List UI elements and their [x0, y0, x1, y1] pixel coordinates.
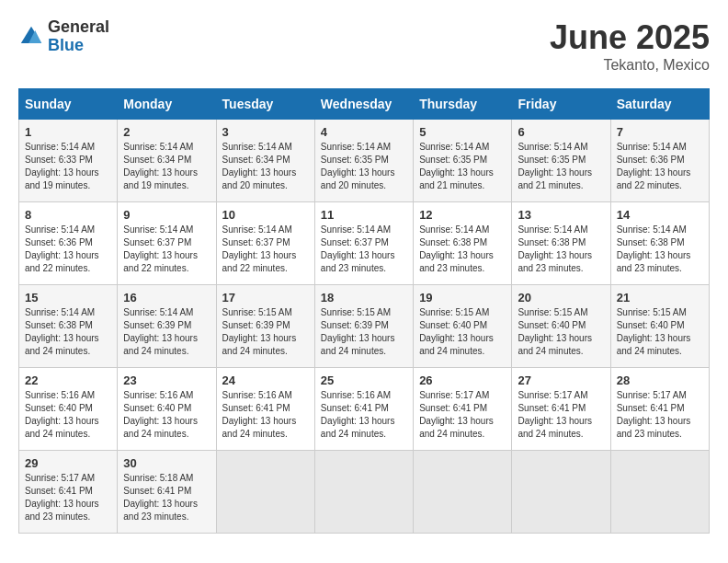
table-row: 30Sunrise: 5:18 AMSunset: 6:41 PMDayligh… [118, 451, 216, 534]
day-number: 27 [518, 373, 604, 387]
day-info: Sunrise: 5:14 AMSunset: 6:34 PMDaylight:… [123, 141, 210, 192]
day-number: 26 [419, 373, 506, 387]
day-number: 10 [222, 208, 309, 222]
table-row: 19Sunrise: 5:15 AMSunset: 6:40 PMDayligh… [414, 285, 512, 368]
day-number: 1 [25, 125, 111, 139]
logo-blue-text: Blue [48, 37, 109, 55]
table-row: 21Sunrise: 5:15 AMSunset: 6:40 PMDayligh… [610, 285, 709, 368]
day-info: Sunrise: 5:14 AMSunset: 6:36 PMDaylight:… [25, 224, 111, 275]
day-info: Sunrise: 5:15 AMSunset: 6:39 PMDaylight:… [321, 306, 407, 358]
day-info: Sunrise: 5:14 AMSunset: 6:34 PMDaylight:… [222, 141, 309, 192]
day-info: Sunrise: 5:14 AMSunset: 6:35 PMDaylight:… [321, 141, 407, 192]
day-number: 11 [321, 208, 407, 222]
calendar-week-row: 1Sunrise: 5:14 AMSunset: 6:33 PMDaylight… [19, 120, 710, 202]
page-header: General Blue June 2025 Tekanto, Mexico [18, 18, 710, 74]
table-row: 17Sunrise: 5:15 AMSunset: 6:39 PMDayligh… [216, 285, 314, 368]
table-row: 26Sunrise: 5:17 AMSunset: 6:41 PMDayligh… [414, 368, 512, 451]
calendar-week-row: 22Sunrise: 5:16 AMSunset: 6:40 PMDayligh… [19, 368, 710, 451]
day-number: 3 [222, 125, 309, 139]
day-info: Sunrise: 5:16 AMSunset: 6:41 PMDaylight:… [321, 389, 407, 441]
table-row: 2Sunrise: 5:14 AMSunset: 6:34 PMDaylight… [118, 120, 216, 202]
header-friday: Friday [512, 89, 610, 120]
table-row: 11Sunrise: 5:14 AMSunset: 6:37 PMDayligh… [314, 202, 413, 285]
day-number: 9 [123, 208, 210, 222]
day-number: 13 [518, 208, 604, 222]
table-row: 15Sunrise: 5:14 AMSunset: 6:38 PMDayligh… [19, 285, 118, 368]
day-info: Sunrise: 5:16 AMSunset: 6:40 PMDaylight:… [25, 389, 111, 441]
table-row: 3Sunrise: 5:14 AMSunset: 6:34 PMDaylight… [216, 120, 314, 202]
day-info: Sunrise: 5:14 AMSunset: 6:35 PMDaylight:… [419, 141, 506, 192]
table-row: 27Sunrise: 5:17 AMSunset: 6:41 PMDayligh… [512, 368, 610, 451]
table-row: 24Sunrise: 5:16 AMSunset: 6:41 PMDayligh… [216, 368, 314, 451]
table-row: 20Sunrise: 5:15 AMSunset: 6:40 PMDayligh… [512, 285, 610, 368]
day-info: Sunrise: 5:16 AMSunset: 6:41 PMDaylight:… [222, 389, 309, 441]
table-row [610, 451, 709, 534]
header-thursday: Thursday [414, 89, 512, 120]
day-number: 16 [123, 291, 210, 304]
day-number: 30 [123, 456, 210, 470]
day-info: Sunrise: 5:14 AMSunset: 6:38 PMDaylight:… [518, 224, 604, 275]
day-number: 28 [617, 373, 703, 387]
day-number: 4 [321, 125, 407, 139]
day-info: Sunrise: 5:14 AMSunset: 6:33 PMDaylight:… [25, 141, 111, 192]
table-row: 8Sunrise: 5:14 AMSunset: 6:36 PMDaylight… [19, 202, 118, 285]
day-info: Sunrise: 5:14 AMSunset: 6:38 PMDaylight:… [25, 306, 111, 358]
day-info: Sunrise: 5:14 AMSunset: 6:36 PMDaylight:… [617, 141, 703, 192]
calendar-week-row: 29Sunrise: 5:17 AMSunset: 6:41 PMDayligh… [19, 451, 710, 534]
day-number: 14 [617, 208, 703, 222]
logo-general-text: General [48, 18, 109, 37]
table-row [414, 451, 512, 534]
day-info: Sunrise: 5:14 AMSunset: 6:37 PMDaylight:… [222, 224, 309, 275]
calendar-week-row: 8Sunrise: 5:14 AMSunset: 6:36 PMDaylight… [19, 202, 710, 285]
table-row: 23Sunrise: 5:16 AMSunset: 6:40 PMDayligh… [118, 368, 216, 451]
day-info: Sunrise: 5:17 AMSunset: 6:41 PMDaylight:… [518, 389, 604, 441]
day-info: Sunrise: 5:14 AMSunset: 6:35 PMDaylight:… [518, 141, 604, 192]
day-number: 29 [25, 456, 111, 470]
day-number: 20 [518, 291, 604, 304]
table-row: 13Sunrise: 5:14 AMSunset: 6:38 PMDayligh… [512, 202, 610, 285]
header-monday: Monday [118, 89, 216, 120]
calendar-week-row: 15Sunrise: 5:14 AMSunset: 6:38 PMDayligh… [19, 285, 710, 368]
day-number: 8 [25, 208, 111, 222]
day-number: 19 [419, 291, 506, 304]
logo: General Blue [18, 18, 109, 55]
table-row: 9Sunrise: 5:14 AMSunset: 6:37 PMDaylight… [118, 202, 216, 285]
table-row: 6Sunrise: 5:14 AMSunset: 6:35 PMDaylight… [512, 120, 610, 202]
day-info: Sunrise: 5:15 AMSunset: 6:39 PMDaylight:… [222, 306, 309, 358]
day-info: Sunrise: 5:14 AMSunset: 6:38 PMDaylight:… [419, 224, 506, 275]
day-number: 24 [222, 373, 309, 387]
table-row [216, 451, 314, 534]
table-row: 1Sunrise: 5:14 AMSunset: 6:33 PMDaylight… [19, 120, 118, 202]
header-sunday: Sunday [19, 89, 118, 120]
table-row: 29Sunrise: 5:17 AMSunset: 6:41 PMDayligh… [19, 451, 118, 534]
table-row: 12Sunrise: 5:14 AMSunset: 6:38 PMDayligh… [414, 202, 512, 285]
day-number: 5 [419, 125, 506, 139]
title-block: June 2025 Tekanto, Mexico [550, 18, 710, 74]
table-row: 16Sunrise: 5:14 AMSunset: 6:39 PMDayligh… [118, 285, 216, 368]
header-tuesday: Tuesday [216, 89, 314, 120]
table-row [314, 451, 413, 534]
month-title: June 2025 [550, 18, 710, 57]
day-number: 15 [25, 291, 111, 304]
logo-icon [18, 24, 44, 50]
day-info: Sunrise: 5:14 AMSunset: 6:37 PMDaylight:… [321, 224, 407, 275]
day-number: 25 [321, 373, 407, 387]
table-row [512, 451, 610, 534]
day-info: Sunrise: 5:17 AMSunset: 6:41 PMDaylight:… [617, 389, 703, 441]
day-info: Sunrise: 5:15 AMSunset: 6:40 PMDaylight:… [617, 306, 703, 358]
table-row: 5Sunrise: 5:14 AMSunset: 6:35 PMDaylight… [414, 120, 512, 202]
calendar-header-row: Sunday Monday Tuesday Wednesday Thursday… [19, 89, 710, 120]
day-number: 21 [617, 291, 703, 304]
table-row: 10Sunrise: 5:14 AMSunset: 6:37 PMDayligh… [216, 202, 314, 285]
table-row: 25Sunrise: 5:16 AMSunset: 6:41 PMDayligh… [314, 368, 413, 451]
day-info: Sunrise: 5:15 AMSunset: 6:40 PMDaylight:… [419, 306, 506, 358]
day-number: 23 [123, 373, 210, 387]
day-info: Sunrise: 5:18 AMSunset: 6:41 PMDaylight:… [123, 472, 210, 523]
day-info: Sunrise: 5:14 AMSunset: 6:39 PMDaylight:… [123, 306, 210, 358]
day-info: Sunrise: 5:17 AMSunset: 6:41 PMDaylight:… [419, 389, 506, 441]
day-number: 12 [419, 208, 506, 222]
day-info: Sunrise: 5:14 AMSunset: 6:38 PMDaylight:… [617, 224, 703, 275]
table-row: 18Sunrise: 5:15 AMSunset: 6:39 PMDayligh… [314, 285, 413, 368]
table-row: 7Sunrise: 5:14 AMSunset: 6:36 PMDaylight… [610, 120, 709, 202]
day-number: 22 [25, 373, 111, 387]
